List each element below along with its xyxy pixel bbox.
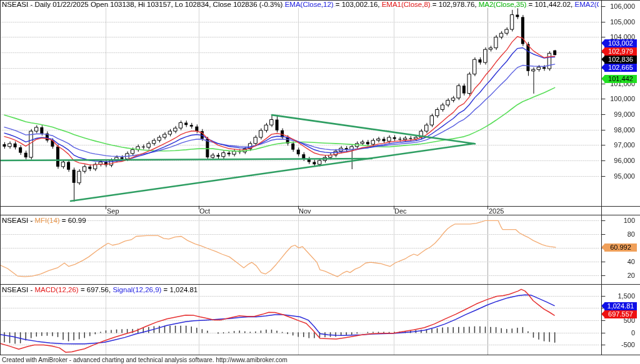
macd-axis-label-1,500: 1,500 bbox=[601, 292, 635, 300]
macd-value-tag-1: 697.557 bbox=[604, 310, 637, 318]
price-value-tag-0: 103,002 bbox=[604, 39, 637, 47]
price-value-tag-4: 101,442 bbox=[604, 75, 637, 83]
price-axis-label-100,000: 100,000 bbox=[601, 95, 635, 102]
x-axis-label-Dec: Dec bbox=[394, 207, 407, 215]
price-title-segment-6: = 101,442.02, bbox=[526, 1, 574, 8]
chart-canvas[interactable] bbox=[0, 0, 640, 364]
macd-title-segment-2: = 697.56, bbox=[79, 286, 113, 293]
mfi-pane-separator[interactable] bbox=[0, 215, 640, 215]
mfi-value-tag-0: 60.992 bbox=[604, 243, 637, 252]
price-pane-title: NSEASI - Daily 01/22/2025 Open 103138, H… bbox=[2, 1, 599, 9]
macd-pane-separator[interactable] bbox=[0, 284, 640, 285]
price-axis-line bbox=[0, 206, 640, 207]
macd-title-segment-4: = 1,024.81 bbox=[161, 286, 198, 293]
left-border bbox=[0, 0, 1, 355]
macd-title-segment-0: NSEASI - bbox=[2, 286, 34, 293]
macd-title-segment-3: Signal(12,26,9) bbox=[112, 286, 161, 293]
mfi-axis-label-80: 80 bbox=[601, 230, 635, 238]
price-axis-label-97,000: 97,000 bbox=[601, 141, 635, 149]
mfi-title-segment-0: NSEASI - bbox=[2, 217, 34, 224]
amibroker-credit-text: Created with AmiBroker - advanced charti… bbox=[2, 357, 288, 363]
price-axis-label-95,000: 95,000 bbox=[601, 172, 635, 180]
price-title-segment-3: EMA1(Close,8) bbox=[382, 1, 431, 8]
price-value-tag-1: 102,979 bbox=[604, 47, 637, 56]
price-axis-label-96,000: 96,000 bbox=[601, 157, 635, 164]
x-axis-label-Sep: Sep bbox=[107, 207, 119, 215]
macd-pane-title: NSEASI - MACD(12,26) = 697.56, Signal(12… bbox=[2, 286, 439, 294]
mfi-title-segment-2: = 60.99 bbox=[60, 217, 86, 224]
price-title-segment-1: EMA(Close,12) bbox=[285, 1, 334, 8]
mfi-pane-title: NSEASI - MFI(14) = 60.99 bbox=[2, 217, 439, 225]
macd-title-segment-1: MACD(12,26) bbox=[34, 286, 78, 293]
footer-separator bbox=[0, 355, 640, 355]
mfi-axis-label-100: 100 bbox=[601, 217, 635, 224]
mfi-axis-label-40: 40 bbox=[601, 258, 635, 265]
price-axis-label-98,000: 98,000 bbox=[601, 126, 635, 134]
amibroker-chart-window: NSEASI - Daily 01/22/2025 Open 103138, H… bbox=[0, 0, 640, 364]
x-axis-label-2025: 2025 bbox=[489, 207, 504, 215]
price-title-segment-7: EMA2(Close,20) = 102,665.31 bbox=[574, 1, 599, 8]
price-axis-label-105,000: 105,000 bbox=[601, 18, 635, 26]
mfi-title-segment-1: MFI(14) bbox=[34, 217, 59, 224]
price-axis-label-106,000: 106,000 bbox=[601, 2, 635, 10]
price-title-segment-2: = 103,002.16, bbox=[334, 1, 382, 8]
x-axis-label-Nov: Nov bbox=[299, 207, 311, 215]
macd-axis-label-0: 0 bbox=[601, 329, 635, 337]
macd-axis-label--500: -500 bbox=[601, 341, 635, 348]
price-axis-label-99,000: 99,000 bbox=[601, 111, 635, 118]
x-axis-label-Oct: Oct bbox=[199, 207, 210, 215]
top-border bbox=[0, 0, 640, 1]
price-title-segment-0: NSEASI - Daily 01/22/2025 Open 103138, H… bbox=[2, 1, 285, 8]
price-value-tag-2: 102,836 bbox=[604, 56, 637, 64]
y-axis-line bbox=[601, 0, 602, 355]
mfi-axis-label-20: 20 bbox=[601, 272, 635, 279]
macd-value-tag-0: 1,024.81 bbox=[604, 302, 637, 310]
price-title-segment-4: = 102,978.76, bbox=[431, 1, 479, 8]
price-title-segment-5: MA2(Close,35) bbox=[479, 1, 527, 8]
price-value-tag-3: 102,665 bbox=[604, 64, 637, 72]
